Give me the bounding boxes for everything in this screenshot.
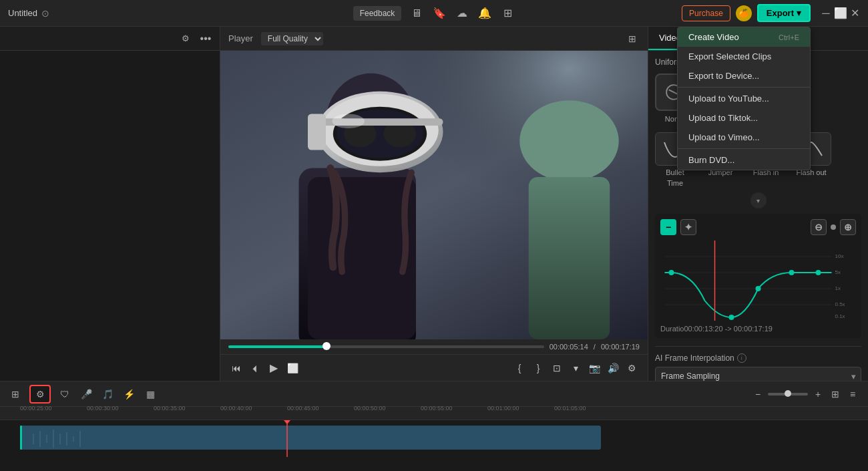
export-item-tiktok[interactable]: Upload to Tiktok... (678, 108, 810, 128)
grid-view-icon[interactable]: ⊞ (828, 387, 843, 402)
svg-rect-36 (20, 426, 22, 450)
top-bar: Untitled ⊙ Feedback 🖥 🔖 ☁ 🔔 ⊞ Purchase 🍊… (0, 0, 868, 27)
graph-snowflake-button[interactable]: ✦ (680, 219, 696, 235)
monitor-icon[interactable]: 🖥 (409, 6, 424, 21)
stop-button[interactable]: ⬜ (284, 360, 300, 376)
svg-point-25 (756, 286, 761, 291)
list-view-icon[interactable]: ≡ (845, 387, 860, 402)
export-item-to-device[interactable]: Export to Device... (678, 66, 810, 86)
current-time: 00:00:05:14 (550, 343, 588, 351)
window-controls: ─ ⬜ ✕ (821, 9, 860, 18)
trim-arrow[interactable]: ▾ (568, 360, 584, 376)
ai-select[interactable]: Frame Sampling Optical Flow (655, 367, 861, 381)
graph-right-buttons: ⊖ ⊕ (811, 219, 856, 235)
audio-button[interactable]: 🔊 (605, 360, 621, 376)
timeline-music-icon[interactable]: 🎵 (100, 387, 115, 402)
app-title: Untitled (8, 8, 37, 18)
dropdown-divider-1 (678, 87, 810, 88)
gear-icon: ⚙ (36, 389, 45, 400)
video-scene-svg (220, 51, 648, 339)
trim-button[interactable]: ⊡ (549, 360, 565, 376)
time-separator: / (594, 343, 596, 351)
timeline-track-svg (0, 420, 868, 457)
grid-icon[interactable]: ⊞ (500, 6, 515, 21)
filter-icon[interactable]: ⚙ (178, 31, 193, 46)
quality-select[interactable]: Full Quality 1/2 Quality 1/4 Quality (261, 32, 323, 45)
timeline-mic-icon[interactable]: 🎤 (79, 387, 93, 402)
unsaved-icon: ⊙ (41, 8, 49, 19)
ai-info-icon[interactable]: i (737, 353, 746, 363)
mark-in-button[interactable]: { (511, 360, 527, 376)
zoom-in-icon[interactable]: + (811, 387, 825, 402)
svg-point-3 (519, 100, 619, 182)
progress-thumb (322, 342, 331, 350)
top-bar-center: Feedback 🖥 🔖 ☁ 🔔 ⊞ (292, 6, 576, 21)
speed-graph: − ✦ ⊖ ⊕ (655, 214, 861, 338)
minimize-button[interactable]: ─ (821, 9, 831, 18)
ruler-mark-2: 00:00:30:00 (87, 405, 119, 412)
player-controls: ⏮ ⏴ ▶ ⬜ { } ⊡ ▾ 📷 🔊 ⚙ (220, 354, 648, 381)
export-button[interactable]: Export ▾ (757, 4, 811, 22)
zoom-slider[interactable] (768, 393, 808, 396)
sidebar-media-bin (0, 51, 220, 381)
bookmark-icon[interactable]: 🔖 (432, 6, 447, 21)
timeline-shield-icon[interactable]: 🛡 (57, 387, 72, 402)
ruler-mark-6: 00:00:50:00 (354, 405, 386, 412)
play-button[interactable]: ▶ (266, 360, 282, 376)
timeline-fx-icon[interactable]: ⚡ (122, 387, 136, 402)
timeline-settings-button[interactable]: ⚙ (29, 385, 51, 404)
graph-minus-button[interactable]: − (660, 219, 676, 235)
feedback-button[interactable]: Feedback (353, 6, 402, 21)
fullscreen-preview-icon[interactable]: ⊞ (625, 31, 640, 46)
expand-animations-button[interactable]: ▾ (750, 192, 767, 208)
duration-text: Duratio00:00:13:20 -> 00:00:17:19 (660, 325, 856, 333)
step-back-button[interactable]: ⏮ (228, 360, 244, 376)
purchase-button[interactable]: Purchase (682, 5, 730, 21)
timeline-ruler: 00:00:25:00 00:00:30:00 00:00:35:00 00:0… (0, 407, 868, 420)
svg-rect-4 (529, 177, 610, 339)
more-button[interactable]: ⚙ (624, 360, 640, 376)
cloud-icon[interactable]: ☁ (455, 6, 469, 21)
mark-out-button[interactable]: } (530, 360, 546, 376)
export-item-vimeo[interactable]: Upload to Vimeo... (678, 128, 810, 147)
svg-point-23 (669, 270, 674, 275)
svg-rect-7 (308, 177, 416, 339)
ruler-marks-container: 00:00:25:00 00:00:30:00 00:00:35:00 00:0… (0, 405, 868, 418)
export-item-burn-dvd[interactable]: Burn DVD... (678, 150, 810, 170)
player-area: Player Full Quality 1/2 Quality 1/4 Qual… (220, 27, 648, 381)
svg-point-16 (332, 114, 365, 129)
graph-zoom-out-button[interactable]: ⊖ (811, 219, 827, 235)
frame-back-button[interactable]: ⏴ (247, 360, 263, 376)
ai-label: AI Frame Interpolation i (655, 353, 861, 363)
ruler-mark-1: 00:00:25:00 (20, 405, 52, 412)
account-icon[interactable]: 🍊 (736, 5, 752, 21)
export-item-youtube[interactable]: Upload to YouTube... (678, 89, 810, 108)
dropdown-divider-2 (678, 148, 810, 149)
timeline-toolbar: ⊞ ⚙ 🛡 🎤 🎵 ⚡ ▦ − + ⊞ ≡ (0, 381, 868, 407)
close-button[interactable]: ✕ (851, 9, 860, 18)
timeline-icon-1[interactable]: ⊞ (8, 387, 23, 402)
progress-fill (228, 345, 327, 348)
svg-point-24 (729, 315, 734, 320)
timeline-area: ⊞ ⚙ 🛡 🎤 🎵 ⚡ ▦ − + ⊞ ≡ 00:00:25:00 00:00:… (0, 381, 868, 471)
export-dropdown-arrow: ▾ (797, 8, 801, 18)
export-item-create-video[interactable]: Create Video Ctrl+E (678, 27, 810, 47)
ruler-mark-8: 00:01:00:00 (487, 405, 519, 412)
bell-icon[interactable]: 🔔 (477, 6, 492, 21)
more-options-icon[interactable]: ••• (198, 31, 213, 46)
graph-left-buttons: − ✦ (660, 219, 696, 235)
total-time: 00:00:17:19 (601, 343, 640, 351)
player-label: Player (228, 33, 253, 43)
svg-text:0.1x: 0.1x (835, 313, 845, 319)
timeline-caption-icon[interactable]: ▦ (143, 387, 158, 402)
graph-zoom-in-button[interactable]: ⊕ (840, 219, 856, 235)
speed-curve-svg: 10x 5x 1x 0.5x 0.1x (660, 241, 856, 321)
maximize-button[interactable]: ⬜ (836, 9, 845, 18)
export-item-selected-clips[interactable]: Export Selected Clips (678, 47, 810, 66)
timeline-tracks (0, 420, 868, 471)
zoom-out-icon[interactable]: − (750, 387, 765, 402)
ruler-mark-9: 00:01:05:00 (554, 405, 586, 412)
snapshot-button[interactable]: 📷 (586, 360, 602, 376)
progress-bar[interactable] (228, 345, 544, 348)
svg-rect-15 (308, 114, 326, 150)
